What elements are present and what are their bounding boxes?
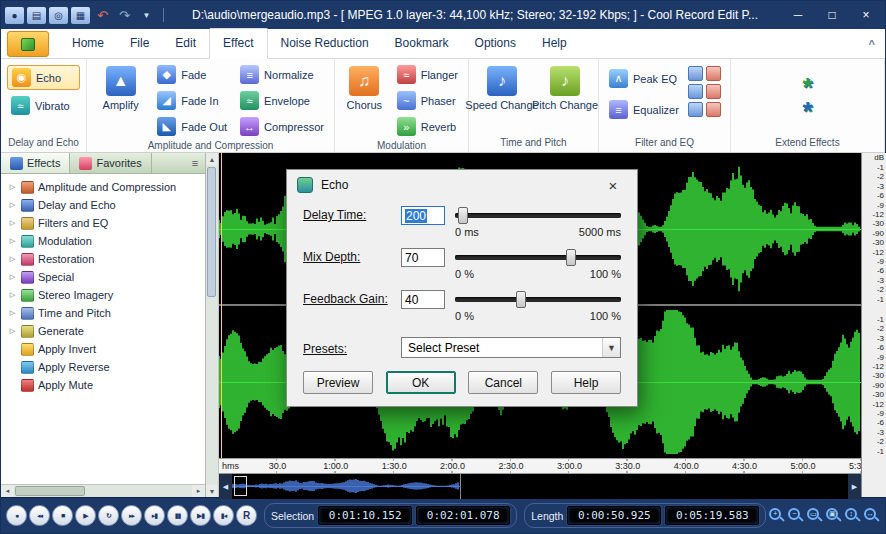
pitch-change-button[interactable]: ♪ Pitch Change (536, 63, 594, 135)
fade-in-button[interactable]: ◢ Fade In (153, 89, 231, 112)
play-selection-button[interactable]: ▶▮ (190, 505, 211, 526)
tab-home[interactable]: Home (59, 29, 117, 58)
expander-icon[interactable]: ▷ (8, 201, 17, 209)
ok-button[interactable]: OK (386, 371, 456, 394)
expander-icon[interactable]: ▷ (8, 273, 17, 281)
slider-thumb[interactable] (566, 249, 576, 266)
overview-navigator[interactable]: ◀ ▶ (219, 474, 861, 499)
zoom-out-button[interactable]: − (787, 506, 804, 526)
expander-icon[interactable]: ▷ (8, 219, 17, 227)
navigator-left-icon[interactable]: ◀ (219, 474, 232, 499)
eq-preset-icon-2[interactable] (706, 66, 721, 81)
fast-forward-button[interactable]: ▸▸ (121, 505, 142, 526)
tab-effect[interactable]: Effect (209, 28, 267, 59)
zoom-vertical-in-button[interactable]: ↕ (844, 506, 861, 526)
timeline-ruler[interactable]: hms 30.01:00.01:30.02:00.02:30.03:00.03:… (219, 458, 861, 474)
eq-preset-icon-6[interactable] (706, 102, 721, 117)
sidebar-item-special[interactable]: ▷Special (6, 268, 205, 286)
echo-button[interactable]: ◉ Echo (7, 65, 80, 90)
slider-thumb[interactable] (458, 207, 468, 224)
sidebar-item-amplitude-and-compression[interactable]: ▷Amplitude and Compression (6, 178, 205, 196)
sidebar-item-stereo-imagery[interactable]: ▷Stereo Imagery (6, 286, 205, 304)
peak-eq-button[interactable]: ∧ Peak EQ (605, 67, 683, 90)
record-mode-button[interactable]: R (236, 505, 257, 526)
reverb-button[interactable]: » Reverb (393, 115, 462, 138)
save-icon[interactable]: ▦ (71, 7, 90, 24)
sidebar-item-apply-mute[interactable]: Apply Mute (6, 376, 205, 394)
zoom-horizontal-button[interactable]: ↔ (863, 506, 880, 526)
expander-icon[interactable]: ▷ (8, 255, 17, 263)
chevron-down-icon[interactable]: ▼ (602, 338, 620, 357)
mix-depth-input[interactable]: 70 (401, 248, 445, 267)
scroll-up-icon[interactable]: ▲ (206, 153, 218, 165)
envelope-button[interactable]: ≈ Envelope (236, 89, 328, 112)
undo-icon[interactable]: ↶ (93, 7, 112, 24)
burn-icon[interactable]: ◎ (49, 7, 68, 24)
fade-button[interactable]: ◆ Fade (153, 63, 231, 86)
scroll-left-icon[interactable]: ◂ (1, 487, 14, 495)
zoom-selection-button[interactable]: ▭ (806, 506, 823, 526)
vibrato-button[interactable]: ≈ Vibrato (7, 94, 80, 117)
sidebar-horizontal-scrollbar[interactable]: ◂ ▸ (1, 484, 205, 497)
navigator-view-window[interactable] (234, 476, 247, 496)
expander-icon[interactable]: ▷ (8, 183, 17, 191)
app-menu-button[interactable] (7, 31, 49, 57)
expander-icon[interactable]: ▷ (8, 327, 17, 335)
collapse-ribbon-button[interactable]: ^ (869, 38, 875, 50)
go-to-end-button[interactable]: ▸▮ (144, 505, 165, 526)
chorus-button[interactable]: ♫ Chorus (341, 63, 388, 138)
tab-bookmark[interactable]: Bookmark (382, 29, 462, 58)
flanger-button[interactable]: ≈ Flanger (393, 63, 462, 86)
tab-options[interactable]: Options (462, 29, 529, 58)
go-to-start-button[interactable]: ▮◂ (213, 505, 234, 526)
cancel-button[interactable]: Cancel (468, 371, 538, 394)
redo-icon[interactable]: ↷ (115, 7, 134, 24)
sidebar-item-apply-reverse[interactable]: Apply Reverse (6, 358, 205, 376)
sidebar-item-generate[interactable]: ▷Generate (6, 322, 205, 340)
delay-time-input[interactable]: 200 (401, 206, 445, 225)
rewind-button[interactable]: ◂◂ (29, 505, 50, 526)
equalizer-button[interactable]: ≡ Equalizer (605, 98, 683, 121)
tab-edit[interactable]: Edit (162, 29, 209, 58)
amplify-button[interactable]: ▲ Amplify (93, 63, 148, 138)
sidebar-item-delay-and-echo[interactable]: ▷Delay and Echo (6, 196, 205, 214)
feedback-gain-input[interactable]: 40 (401, 290, 445, 309)
sidebar-item-apply-invert[interactable]: Apply Invert (6, 340, 205, 358)
play-button[interactable]: ▶ (75, 505, 96, 526)
extend-effect-button-1[interactable]: * (802, 76, 812, 98)
open-icon[interactable]: ▤ (27, 7, 46, 24)
speed-change-button[interactable]: ♪ Speed Change (473, 63, 531, 135)
tab-file[interactable]: File (117, 29, 162, 58)
phaser-button[interactable]: ~ Phaser (393, 89, 462, 112)
sidebar-item-restoration[interactable]: ▷Restoration (6, 250, 205, 268)
presets-dropdown[interactable]: Select Preset ▼ (401, 337, 621, 358)
eq-preset-icon-3[interactable] (688, 84, 703, 99)
scrollbar-thumb[interactable] (15, 486, 85, 496)
sidebar-item-filters-and-eq[interactable]: ▷Filters and EQ (6, 214, 205, 232)
dialog-close-icon[interactable]: × (599, 177, 627, 194)
zoom-in-button[interactable]: + (768, 506, 785, 526)
eq-preset-icon-4[interactable] (706, 84, 721, 99)
sidebar-tab-favorites[interactable]: Favorites (70, 153, 151, 173)
dialog-titlebar[interactable]: Echo × (287, 170, 637, 200)
mix-depth-slider[interactable]: 0 % 100 % (455, 248, 621, 282)
stop-button[interactable]: ■ (52, 505, 73, 526)
eq-preset-icon-1[interactable] (688, 66, 703, 81)
expander-icon[interactable]: ▷ (8, 309, 17, 317)
record-icon[interactable]: ● (5, 7, 24, 24)
expander-icon[interactable]: ▷ (8, 291, 17, 299)
feedback-gain-slider[interactable]: 0 % 100 % (455, 290, 621, 324)
minimize-button[interactable]: ─ (783, 5, 813, 25)
scrollbar-thumb[interactable] (207, 167, 216, 297)
compressor-button[interactable]: ↔ Compressor (236, 115, 328, 138)
loop-button[interactable]: ↻ (98, 505, 119, 526)
extend-effect-button-2[interactable]: * (802, 100, 812, 122)
sidebar-item-modulation[interactable]: ▷Modulation (6, 232, 205, 250)
waveform-vertical-scrollbar[interactable]: ▲ ▼ (206, 153, 219, 497)
tab-help[interactable]: Help (529, 29, 580, 58)
zoom-full-button[interactable]: ▣ (825, 506, 842, 526)
tab-noise-reduction[interactable]: Noise Reduction (268, 29, 382, 58)
eq-preset-icon-5[interactable] (688, 102, 703, 117)
help-button[interactable]: Help (551, 371, 621, 394)
preview-button[interactable]: Preview (303, 371, 373, 394)
